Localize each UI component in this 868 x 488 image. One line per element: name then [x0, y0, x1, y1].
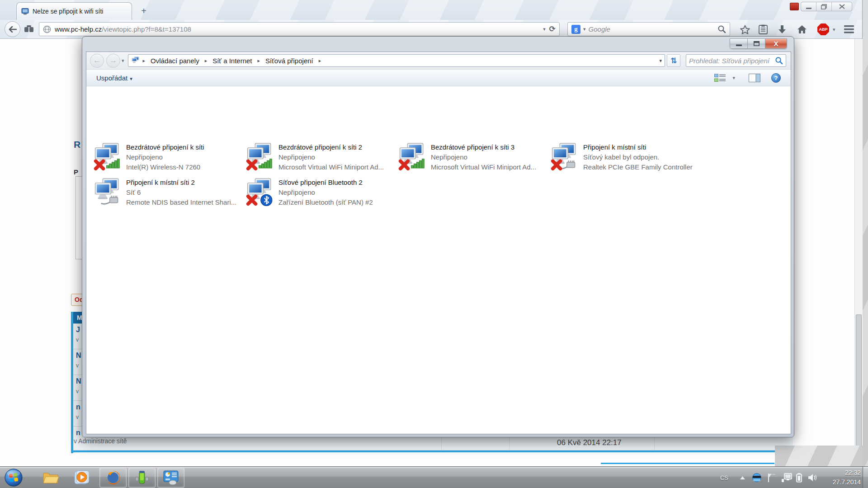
back-button[interactable]: [5, 21, 20, 37]
window-minimize-button[interactable]: [730, 39, 748, 48]
browser-close-button[interactable]: [832, 2, 852, 11]
history-dropdown-icon[interactable]: ▾: [122, 58, 124, 64]
connection-status: Nepřipojeno: [278, 188, 373, 197]
window-maximize-button[interactable]: [748, 39, 765, 48]
forum-post-label: P: [74, 168, 80, 176]
connection-item-wireless-2[interactable]: Bezdrátové připojení k síti 2 Nepřipojen…: [246, 142, 396, 174]
network-tray-icon[interactable]: [781, 467, 793, 488]
search-box[interactable]: g ▾: [567, 22, 730, 36]
battery-tray-icon[interactable]: [796, 467, 802, 488]
connection-item-wireless-1[interactable]: Bezdrátové připojení k síti Nepřipojeno …: [94, 142, 244, 174]
topic-link[interactable]: N: [76, 377, 81, 385]
start-button[interactable]: [3, 468, 24, 488]
connection-item-lan-2[interactable]: Připojení k místní síti 2 Síť 6 Remote N…: [94, 177, 244, 209]
show-hidden-icons-button[interactable]: [740, 467, 745, 488]
topic-sub: v: [76, 362, 79, 369]
tray-app-icon[interactable]: [751, 467, 762, 488]
browser-tab[interactable]: Nelze se připojit k wifi síti: [16, 2, 132, 20]
topic-link[interactable]: N: [76, 352, 81, 360]
lan-connected-icon: [94, 177, 122, 207]
connection-status: Nepřipojeno: [278, 152, 384, 162]
connection-status: Síť 6: [126, 188, 236, 197]
explorer-search-input[interactable]: [689, 57, 775, 65]
connection-item-wireless-3[interactable]: Bezdrátové připojení k síti 3 Nepřipojen…: [398, 142, 548, 174]
page-scrollbar[interactable]: [854, 39, 863, 466]
topic-link[interactable]: n: [76, 429, 80, 437]
explorer-forward-button[interactable]: →: [106, 54, 120, 68]
show-desktop-button[interactable]: [863, 467, 868, 488]
url-domain: www.pc-help.cz: [55, 25, 102, 33]
reload-icon[interactable]: ⟳: [549, 24, 556, 34]
topic-sub: v: [76, 388, 79, 394]
forum-category-link[interactable]: v Administrace sítě: [74, 437, 127, 445]
breadcrumb-chevron-icon: [318, 58, 322, 64]
breadcrumb[interactable]: Ovládací panely Síť a Internet Síťová př…: [128, 54, 665, 67]
media-player-icon: [74, 470, 89, 485]
url-dropdown-icon[interactable]: ▾: [543, 26, 546, 32]
view-options-dropdown-icon[interactable]: ▾: [732, 75, 735, 81]
language-indicator[interactable]: CS: [718, 467, 731, 488]
table-top-border-next: [601, 463, 774, 464]
topic-link[interactable]: J: [76, 326, 80, 334]
window-close-button[interactable]: X: [765, 39, 787, 48]
explorer-back-button[interactable]: ←: [90, 54, 104, 68]
explorer-search-magnifier-icon: [775, 56, 783, 65]
browser-minimize-button[interactable]: [801, 2, 816, 11]
bluetooth-disconnected-icon: [246, 177, 274, 207]
scrollbar-thumb[interactable]: [856, 314, 862, 459]
taskbar-media-player-button[interactable]: [71, 468, 91, 488]
control-panel-icon: [163, 470, 179, 485]
new-tab-button[interactable]: +: [137, 5, 151, 17]
network-folder-icon: [131, 56, 140, 65]
refresh-icon[interactable]: ⇅: [667, 54, 680, 67]
search-magnifier-icon[interactable]: [717, 25, 726, 33]
taskbar-green-app-button[interactable]: [128, 468, 156, 488]
wifi-disconnected-icon: [398, 142, 426, 172]
downloads-icon[interactable]: [776, 23, 788, 35]
connection-item-lan-1[interactable]: Připojení k místní síti Síťový kabel byl…: [551, 142, 701, 174]
taskbar-clock[interactable]: 22:32 27.7.2014: [822, 468, 861, 487]
url-bar[interactable]: www.pc-help.cz/viewtopic.php?f=8&t=13710…: [39, 22, 560, 36]
breadcrumb-network-internet[interactable]: Síť a Internet: [210, 56, 255, 66]
volume-tray-icon[interactable]: [807, 467, 817, 488]
last-post-timestamp: 06 Kvě 2014 22:17: [557, 438, 622, 447]
taskbar-firefox-button[interactable]: [99, 468, 127, 488]
adblock-dropdown-icon[interactable]: ▾: [833, 27, 835, 33]
taskbar-explorer-button[interactable]: [41, 468, 61, 488]
folder-icon: [42, 471, 59, 484]
breadcrumb-network-connections[interactable]: Síťová připojení: [263, 56, 316, 66]
address-dropdown-icon[interactable]: ▾: [659, 58, 662, 64]
breadcrumb-control-panel[interactable]: Ovládací panely: [148, 56, 202, 66]
preview-pane-icon[interactable]: [749, 74, 760, 82]
search-input[interactable]: [589, 25, 715, 33]
organize-button[interactable]: Uspořádat▾: [96, 74, 132, 82]
browser-restore-button[interactable]: [816, 2, 832, 11]
menu-hamburger-icon[interactable]: [843, 23, 855, 35]
home-icon[interactable]: [796, 23, 808, 35]
taskbar-network-connections-button[interactable]: [157, 468, 184, 488]
search-engine-dropdown-icon[interactable]: ▾: [583, 26, 586, 32]
adblock-plus-icon[interactable]: ABP: [816, 23, 830, 35]
connection-device: Zařízení Bluetooth (síť PAN) #2: [278, 197, 373, 207]
breadcrumb-chevron-icon: [204, 58, 208, 64]
connection-device: Intel(R) Wireless-N 7260: [126, 162, 204, 172]
bookmarks-menu-icon[interactable]: [757, 23, 769, 35]
forward-button[interactable]: [24, 25, 35, 33]
view-options-icon[interactable]: [714, 74, 726, 82]
help-icon[interactable]: ?: [771, 73, 781, 83]
explorer-search-box[interactable]: [686, 54, 786, 67]
bookmark-star-icon[interactable]: [739, 23, 751, 35]
topic-link[interactable]: n: [76, 403, 80, 411]
action-center-icon[interactable]: [767, 467, 777, 488]
connection-status: Nepřipojeno: [431, 152, 536, 162]
connection-device: Realtek PCIe GBE Family Controller: [583, 162, 693, 172]
desktop-stripe-patch: [775, 446, 863, 466]
url-text: www.pc-help.cz/viewtopic.php?f=8&t=13710…: [55, 25, 539, 33]
breadcrumb-chevron-icon: [257, 58, 261, 64]
forum-topic-heading: R: [74, 139, 83, 150]
connection-item-bluetooth[interactable]: Síťové připojení Bluetooth 2 Nepřipojeno…: [246, 177, 396, 209]
connection-name: Bezdrátové připojení k síti: [126, 142, 204, 152]
google-engine-icon[interactable]: g: [571, 25, 580, 34]
firefox-icon: [105, 470, 121, 485]
breadcrumb-chevron-icon: [142, 58, 146, 64]
